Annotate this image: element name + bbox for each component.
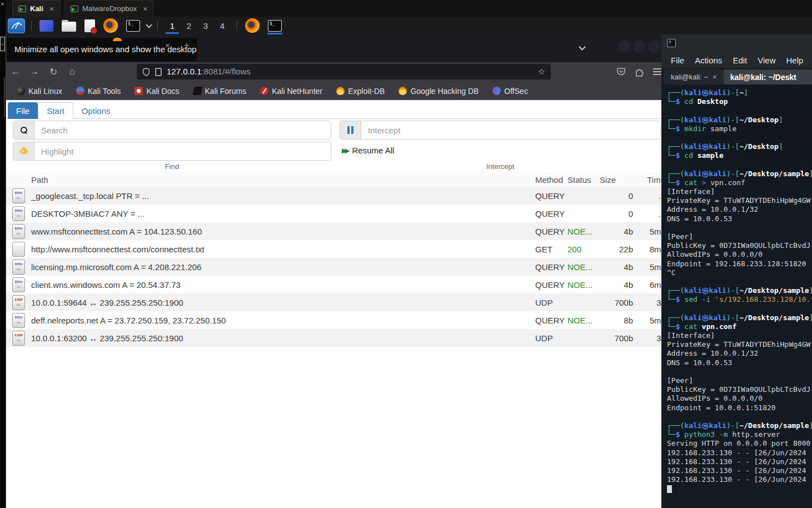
close-icon[interactable]: × bbox=[49, 4, 54, 13]
flow-method: GET bbox=[535, 245, 567, 254]
flow-row[interactable]: DNS⇔licensing.mp.microsoft.com A = 4.208… bbox=[6, 258, 667, 276]
edge-dropdown-icon[interactable]: ⌄ bbox=[0, 37, 5, 51]
flow-method: QUERY bbox=[535, 262, 567, 272]
terminal-text: cd bbox=[684, 151, 693, 160]
flow-row[interactable]: DNS⇔client.wns.windows.com A = 20.54.37.… bbox=[6, 276, 667, 293]
search-input[interactable] bbox=[34, 121, 331, 139]
terminal-tab-bar: kali@kali: ~×kali@kali: ~/Deskt bbox=[661, 68, 812, 84]
workspace-1[interactable]: 1 bbox=[164, 17, 181, 34]
extensions-icon[interactable] bbox=[635, 67, 644, 77]
terminal-launcher[interactable]: $_ bbox=[126, 20, 140, 32]
bookmark-exploit-db[interactable]: Exploit-DB bbox=[336, 87, 385, 96]
terminal-titlebar[interactable]: > bbox=[661, 34, 812, 52]
menu-view[interactable]: View bbox=[758, 56, 775, 65]
terminal-line bbox=[667, 161, 812, 170]
terminal-line: 192.168.233.130 - - [26/Jun/2024 bbox=[667, 449, 812, 457]
terminal-line: PrivateKey = TTuWTADYTDEhiHpWg4GW bbox=[667, 196, 812, 205]
flow-row[interactable]: DNS⇔deff.nelreports.net A = 23.72.250.15… bbox=[6, 311, 667, 329]
flow-row[interactable]: UDP⇔10.0.0.1:63200 ↔ 239.255.255.250:190… bbox=[6, 329, 667, 347]
bookmark-kali-forums[interactable]: Kali Forums bbox=[193, 87, 247, 96]
terminal-window-button[interactable]: $_ bbox=[266, 17, 283, 34]
bookmark-offsec[interactable]: OffSec bbox=[492, 87, 528, 96]
kali-menu-button[interactable] bbox=[8, 18, 25, 33]
bookmark-kali-linux[interactable]: Kali Linux bbox=[17, 87, 62, 96]
terminal-text: └─ bbox=[667, 322, 676, 331]
shield-icon[interactable] bbox=[142, 68, 150, 76]
maximize-button[interactable] bbox=[633, 41, 645, 53]
tab-start[interactable]: Start bbox=[38, 102, 73, 119]
terminal-text: Address = 10.0.0.1/32 bbox=[667, 349, 758, 357]
firefox-launcher[interactable] bbox=[103, 18, 118, 33]
tab-overflow-icon[interactable] bbox=[579, 43, 586, 51]
workspace-3[interactable]: 3 bbox=[197, 17, 214, 34]
pocket-icon[interactable] bbox=[616, 67, 626, 76]
intercept-field[interactable] bbox=[340, 121, 661, 140]
home-button[interactable]: ⌂ bbox=[63, 66, 82, 77]
terminal-text: └─ bbox=[667, 151, 676, 160]
bookmark-kali-nethunter[interactable]: Kali NetHunter bbox=[260, 87, 322, 96]
terminal-window-icon: > bbox=[667, 39, 676, 47]
bookmark-star-icon[interactable]: ☆ bbox=[538, 67, 545, 77]
mitmweb-page: FileStartOptions ▶▶ Resume All Find Inte… bbox=[6, 100, 667, 508]
udp-icon: UDP⇔ bbox=[12, 295, 25, 310]
terminal-text: 192.168.233.130 - - [26/Jun/2024 bbox=[667, 457, 806, 466]
flow-row[interactable]: DNS⇔www.msftconnecttest.com A = 104.123.… bbox=[6, 222, 667, 240]
flow-row[interactable]: DNS⇔DESKTOP-3MBIAC7 ANY = ...QUERY0... bbox=[6, 205, 667, 222]
workspace-2[interactable]: 2 bbox=[181, 17, 197, 34]
highlight-field[interactable] bbox=[13, 142, 331, 161]
text-editor-launcher[interactable] bbox=[84, 19, 95, 32]
forward-button[interactable]: → bbox=[25, 66, 44, 77]
menu-help[interactable]: Help bbox=[786, 56, 803, 65]
minimize-button[interactable] bbox=[618, 41, 630, 53]
terminal-text: )-[ bbox=[726, 142, 739, 151]
tab-options[interactable]: Options bbox=[73, 102, 119, 119]
flow-size: 0 bbox=[600, 209, 639, 218]
terminal-line: 192.168.233.130 - - [26/Jun/2024 bbox=[667, 457, 812, 466]
back-button[interactable]: ← bbox=[6, 66, 25, 77]
url-bar[interactable]: 127.0.0.1:8081/#/flows ☆ bbox=[137, 64, 551, 79]
close-button[interactable] bbox=[648, 41, 660, 53]
editor-badge-icon bbox=[91, 27, 97, 34]
file-manager-launcher[interactable] bbox=[62, 22, 76, 32]
workspace-4[interactable]: 4 bbox=[214, 17, 231, 34]
flow-status: 200 bbox=[567, 245, 600, 254]
launcher-dropdown-icon[interactable] bbox=[146, 22, 152, 28]
dns-icon: DNS⇔ bbox=[12, 260, 25, 275]
search-field[interactable] bbox=[13, 121, 331, 140]
edge-close-icon[interactable]: × bbox=[1, 1, 4, 7]
show-desktop-button[interactable] bbox=[39, 20, 53, 32]
terminal-line: [Peer] bbox=[667, 232, 812, 241]
firefox-window-button[interactable] bbox=[243, 17, 261, 34]
new-tab-button[interactable]: + bbox=[184, 40, 190, 51]
flow-row[interactable]: http://www.msftconnecttest.com/connectte… bbox=[6, 240, 667, 258]
terminal-tab-kali-kali-deskt[interactable]: kali@kali: ~/Deskt bbox=[724, 69, 812, 84]
menu-file[interactable]: File bbox=[671, 56, 684, 65]
bookmark-label: Kali Docs bbox=[146, 87, 179, 96]
terminal-output[interactable]: ┌──(kali㉿kali)-[~]└─$ cd Desktop ┌──(kal… bbox=[661, 84, 812, 508]
highlight-input[interactable] bbox=[34, 142, 331, 160]
menu-actions[interactable]: Actions bbox=[695, 56, 722, 65]
flow-row[interactable]: UDP⇔10.0.0.1:59644 ↔ 239.255.255.250:190… bbox=[6, 293, 667, 311]
intercept-input[interactable] bbox=[361, 121, 660, 139]
bookmark-kali-docs[interactable]: Kali Docs bbox=[134, 87, 179, 96]
menu-edit[interactable]: Edit bbox=[733, 56, 747, 65]
window-tab-malwaredropbox[interactable]: MalwareDropbox× bbox=[64, 0, 153, 17]
close-icon[interactable]: × bbox=[713, 73, 717, 81]
terminal-line: Endpoint = 10.0.0.1:51820 bbox=[667, 404, 812, 412]
terminal-line: [Peer] bbox=[667, 376, 812, 385]
flow-row[interactable]: DNS⇔_googlecast._tcp.local PTR = ...QUER… bbox=[6, 187, 667, 205]
window-tab-kali[interactable]: Kali× bbox=[12, 0, 60, 17]
reload-button[interactable]: ↻ bbox=[44, 66, 63, 78]
bookmark-kali-tools[interactable]: Kali Tools bbox=[76, 87, 121, 96]
flow-method: QUERY bbox=[535, 191, 567, 201]
page-info-icon[interactable] bbox=[155, 68, 162, 76]
tab-file[interactable]: File bbox=[8, 102, 38, 119]
swap-arrow-icon: ⇔ bbox=[16, 337, 22, 343]
terminal-line: └─$ cat > vpn.conf bbox=[667, 178, 812, 187]
terminal-tab-kali-kali[interactable]: kali@kali: ~× bbox=[664, 69, 724, 84]
tab-close-icon[interactable]: × bbox=[165, 41, 170, 50]
menu-icon[interactable] bbox=[653, 68, 661, 75]
close-icon[interactable]: × bbox=[143, 4, 147, 13]
bookmark-google-hacking-db[interactable]: Google Hacking DB bbox=[398, 87, 479, 96]
resume-all-button[interactable]: ▶▶ Resume All bbox=[342, 146, 394, 155]
